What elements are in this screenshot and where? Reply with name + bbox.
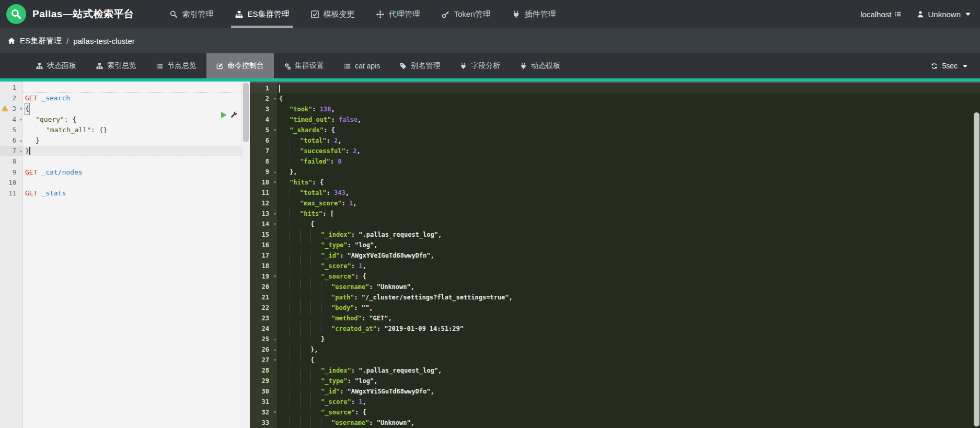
fold-open-icon[interactable]: ▾ (273, 407, 276, 418)
indent-spacer (279, 418, 290, 428)
indent-spacer (279, 104, 290, 114)
editor-line-10[interactable]: 10 (0, 178, 250, 188)
nav-item-proxy-mgmt[interactable]: 代理管理 (365, 0, 431, 28)
nav-item-es-cluster-mgmt[interactable]: ES集群管理 (224, 0, 300, 28)
code-token: { (279, 94, 283, 104)
code-token: "Unknown" (377, 282, 411, 292)
editor-line-1[interactable]: 1 (0, 83, 250, 93)
indent-guide (290, 303, 300, 313)
line-content: "_type": "log", (277, 240, 980, 250)
line-number-cell: 8 (250, 156, 277, 167)
line-number-cell: 31 (250, 397, 277, 407)
tab-cluster-settings[interactable]: 集群设置 (274, 53, 334, 78)
tab-status-panel[interactable]: 状态面板 (26, 53, 86, 78)
tab-command-console[interactable]: 命令控制台 (206, 53, 274, 78)
indent-spacer (279, 229, 290, 240)
editor-line-8[interactable]: 8 (0, 156, 250, 167)
nav-item-plugin-mgmt[interactable]: 插件管理 (501, 0, 567, 28)
fold-close-icon[interactable]: ▴ (19, 146, 22, 156)
send-request-button[interactable] (221, 112, 227, 118)
nav-item-index-mgmt[interactable]: 索引管理 (159, 0, 224, 28)
host-label: localhost (860, 10, 891, 19)
tab-node-overview[interactable]: 节点总览 (146, 53, 206, 78)
fold-open-icon[interactable]: ▾ (19, 103, 22, 114)
code-token: : (340, 386, 347, 397)
list-icon (344, 63, 351, 70)
line-content: "_index": ".pallas_request_log", (277, 229, 980, 240)
output-line-14: 14▾{ (250, 219, 980, 229)
fold-open-icon[interactable]: ▾ (273, 355, 276, 365)
output-line-29: 29"_type": "log", (250, 376, 980, 386)
indent-spacer (279, 146, 290, 156)
tab-cat-apis[interactable]: cat apis (334, 53, 390, 78)
host-menu[interactable]: localhost (860, 10, 901, 19)
indent-guide (290, 365, 300, 376)
line-content: "_id": "AWgxYVeIGuTd68wwyDfn", (277, 250, 980, 261)
tab-index-overview[interactable]: 索引总览 (86, 53, 146, 78)
code-token: , (374, 376, 377, 386)
code-token: , (353, 198, 356, 209)
indent-guide (290, 376, 300, 386)
line-number-cell: 6 (250, 135, 277, 146)
output-scrollbar[interactable] (973, 83, 980, 428)
fold-open-icon[interactable]: ▾ (19, 114, 22, 125)
line-content: }, (277, 344, 980, 355)
tab-field-analysis[interactable]: 字段分析 (450, 53, 510, 78)
editor-line-5[interactable]: 5"match_all": {} (0, 125, 250, 135)
editor-line-3[interactable]: 3▾{ (0, 103, 250, 114)
code-token: "_score" (321, 397, 351, 407)
editor-line-11[interactable]: 11GET _stats (0, 188, 250, 199)
primary-nav: 索引管理ES集群管理模板变更代理管理Token管理插件管理 (159, 0, 567, 28)
fold-open-icon[interactable]: ▾ (273, 177, 276, 188)
request-wrench-button[interactable] (230, 111, 237, 118)
editor-line-9[interactable]: 9GET _cat/nodes (0, 167, 250, 178)
fold-open-icon[interactable]: ▾ (273, 125, 276, 135)
line-number-cell: 32▾ (250, 407, 277, 418)
indent-guide (310, 250, 321, 261)
app-title: Pallas—站式检索平台 (32, 7, 134, 21)
tab-dynamic-template[interactable]: 动态模板 (510, 53, 570, 78)
code-token: : (377, 323, 384, 334)
tab-label: 命令控制台 (227, 61, 264, 71)
fold-open-icon[interactable]: ▾ (273, 94, 276, 104)
console-editor[interactable]: 12GET _search3▾{4▾"query": {5"match_all"… (0, 82, 250, 428)
line-number-cell: 18 (250, 261, 277, 271)
tab-label: 别名管理 (411, 61, 440, 71)
nav-item-template-change[interactable]: 模板变更 (300, 0, 365, 28)
code-token: : (351, 397, 359, 407)
fold-close-icon[interactable]: ▴ (273, 334, 276, 344)
tab-alias-mgmt[interactable]: 别名管理 (390, 53, 450, 78)
editor-line-4[interactable]: 4▾"query": { (0, 114, 250, 125)
fold-close-icon[interactable]: ▴ (273, 167, 276, 177)
code-token: }, (310, 344, 318, 355)
output-line-28: 28"_index": ".pallas_request_log", (250, 365, 980, 376)
editor-line-6[interactable]: 6▴} (0, 135, 250, 146)
fold-open-icon[interactable]: ▾ (273, 219, 276, 229)
line-number-cell: 14▾ (250, 219, 277, 229)
output-line-4: 4"timed_out": false, (250, 114, 980, 125)
code-token: 136 (320, 104, 331, 114)
nav-item-token-mgmt[interactable]: Token管理 (431, 0, 501, 28)
indent-guide (300, 313, 310, 323)
line-number: 30 (262, 386, 269, 397)
indent-spacer (279, 177, 290, 188)
breadcrumb-current: pallas-test-cluster (73, 37, 135, 45)
indent-guide (321, 313, 331, 323)
fold-open-icon[interactable]: ▾ (273, 209, 276, 219)
editor-scrollbar[interactable] (241, 82, 250, 428)
nav-item-label: 插件管理 (524, 9, 556, 19)
line-content: "failed": 0 (277, 156, 980, 167)
output-scrollbar-thumb[interactable] (974, 112, 979, 426)
editor-scrollbar-thumb[interactable] (243, 83, 249, 142)
breadcrumb-section[interactable]: ES集群管理 (20, 36, 62, 46)
user-menu[interactable]: Unknown (917, 10, 972, 19)
editor-line-7[interactable]: 7▴} (0, 146, 250, 156)
fold-open-icon[interactable]: ▾ (273, 271, 276, 282)
refresh-interval-dropdown[interactable]: 5sec (931, 53, 980, 78)
brand: Pallas—站式检索平台 (0, 0, 134, 28)
editor-line-2[interactable]: 2GET _search (0, 93, 250, 103)
fold-close-icon[interactable]: ▴ (19, 135, 22, 146)
code-token: "2019-01-09 14:51:29" (384, 323, 464, 334)
fold-close-icon[interactable]: ▴ (273, 344, 276, 355)
code-token: GET (25, 93, 41, 103)
